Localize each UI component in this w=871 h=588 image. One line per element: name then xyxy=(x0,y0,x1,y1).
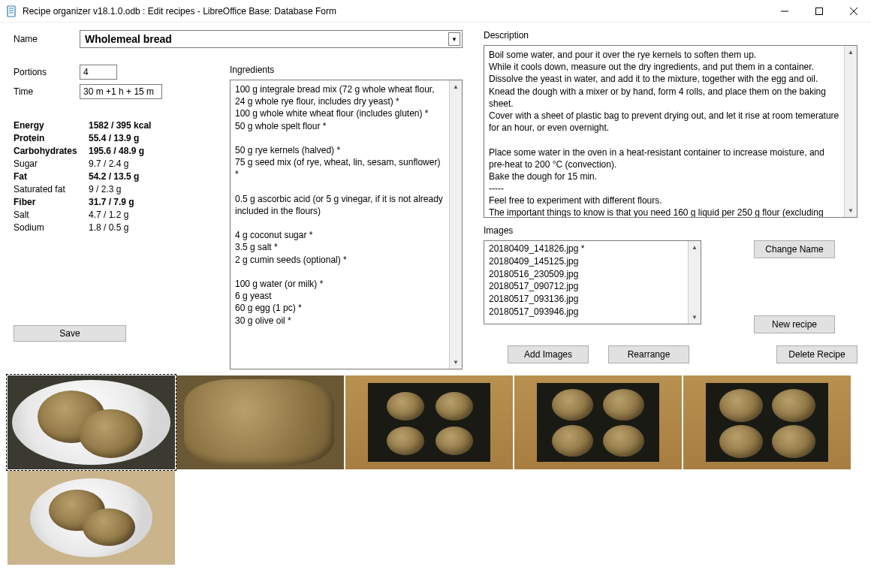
new-recipe-button[interactable]: New recipe xyxy=(754,315,835,333)
name-label: Name xyxy=(14,34,80,44)
nutrition-value: 195.6 / 48.9 g xyxy=(89,146,144,156)
nutrition-label: Salt xyxy=(14,210,89,220)
nutrition-label: Sodium xyxy=(14,222,89,233)
ingredients-scrollbar[interactable]: ▲ ▼ xyxy=(449,80,462,369)
minimize-button[interactable] xyxy=(767,0,802,23)
maximize-button[interactable] xyxy=(802,0,836,23)
image-thumbnail[interactable] xyxy=(176,375,344,469)
nutrition-value: 1.8 / 0.5 g xyxy=(89,222,128,233)
scroll-down-icon[interactable]: ▼ xyxy=(845,204,857,217)
image-list-item[interactable]: 20180517_093946.jpg xyxy=(489,306,683,318)
nutrition-value: 1582 / 395 kcal xyxy=(89,120,151,131)
nutrition-value: 54.2 / 13.5 g xyxy=(89,171,139,182)
nutrition-label: Protein xyxy=(14,133,89,143)
description-textarea[interactable]: Boil some water, and pour it over the ry… xyxy=(484,45,857,218)
svg-rect-5 xyxy=(816,8,823,14)
change-name-button[interactable]: Change Name xyxy=(754,240,835,258)
image-thumbnail[interactable] xyxy=(8,375,175,469)
nutrition-label: Fat xyxy=(14,171,89,182)
recipe-name-combobox[interactable]: Wholemeal bread ▼ xyxy=(80,30,463,48)
close-button[interactable] xyxy=(836,0,871,23)
save-button[interactable]: Save xyxy=(14,325,126,342)
portions-label: Portions xyxy=(14,67,80,77)
time-label: Time xyxy=(14,86,80,97)
nutrition-value: 9 / 2.3 g xyxy=(89,184,121,194)
nutrition-label: Energy xyxy=(14,120,89,131)
image-list-item[interactable]: 20180517_093136.jpg xyxy=(489,293,683,306)
recipe-name-value: Wholemeal bread xyxy=(85,33,172,45)
portions-input[interactable] xyxy=(80,65,117,80)
ingredients-label: Ingredients xyxy=(230,65,463,75)
scroll-down-icon[interactable]: ▼ xyxy=(689,311,701,324)
nutrition-label: Saturated fat xyxy=(14,184,89,194)
svg-rect-0 xyxy=(8,6,15,17)
description-scrollbar[interactable]: ▲ ▼ xyxy=(844,46,857,217)
nutrition-value: 31.7 / 7.9 g xyxy=(89,197,134,207)
title-bar: Recipe organizer v18.1.0.odb : Edit reci… xyxy=(0,0,871,23)
image-thumbnail[interactable] xyxy=(345,375,513,469)
images-scrollbar[interactable]: ▲ ▼ xyxy=(688,241,701,324)
ingredients-textarea[interactable]: 100 g integrale bread mix (72 g whole wh… xyxy=(230,80,463,369)
image-thumbnail[interactable] xyxy=(8,471,175,565)
image-thumbnail[interactable] xyxy=(683,375,851,469)
description-text[interactable]: Boil some water, and pour it over the ry… xyxy=(484,46,844,217)
image-list-item[interactable]: 20180409_145125.jpg xyxy=(489,255,683,268)
nutrition-value: 9.7 / 2.4 g xyxy=(89,158,128,169)
app-icon xyxy=(6,5,18,17)
scroll-up-icon[interactable]: ▲ xyxy=(689,241,701,254)
scroll-down-icon[interactable]: ▼ xyxy=(450,356,462,369)
image-list-item[interactable]: 20180409_141826.jpg * xyxy=(489,243,683,255)
images-label: Images xyxy=(484,225,857,236)
nutrition-label: Fiber xyxy=(14,197,89,207)
nutrition-value: 4.7 / 1.2 g xyxy=(89,210,128,220)
chevron-down-icon[interactable]: ▼ xyxy=(448,32,460,46)
image-list-item[interactable]: 20180516_230509.jpg xyxy=(489,268,683,281)
images-listbox[interactable]: 20180409_141826.jpg *20180409_145125.jpg… xyxy=(484,240,701,324)
description-label: Description xyxy=(484,30,857,41)
delete-recipe-button[interactable]: Delete Recipe xyxy=(776,345,857,363)
scroll-up-icon[interactable]: ▲ xyxy=(845,46,857,59)
scroll-up-icon[interactable]: ▲ xyxy=(450,80,462,93)
nutrition-label: Sugar xyxy=(14,158,89,169)
window-title: Recipe organizer v18.1.0.odb : Edit reci… xyxy=(23,6,336,17)
time-input[interactable] xyxy=(80,84,162,99)
nutrition-table: Energy1582 / 395 kcalProtein55.4 / 13.9 … xyxy=(14,120,209,233)
nutrition-value: 55.4 / 13.9 g xyxy=(89,133,139,143)
image-thumbnail[interactable] xyxy=(514,375,682,469)
nutrition-label: Carbohydrates xyxy=(14,146,89,156)
add-images-button[interactable]: Add Images xyxy=(508,345,589,363)
image-thumbnails xyxy=(0,375,871,565)
rearrange-button[interactable]: Rearrange xyxy=(608,345,689,363)
ingredients-text[interactable]: 100 g integrale bread mix (72 g whole wh… xyxy=(231,80,449,369)
image-list-item[interactable]: 20180517_090712.jpg xyxy=(489,280,683,293)
